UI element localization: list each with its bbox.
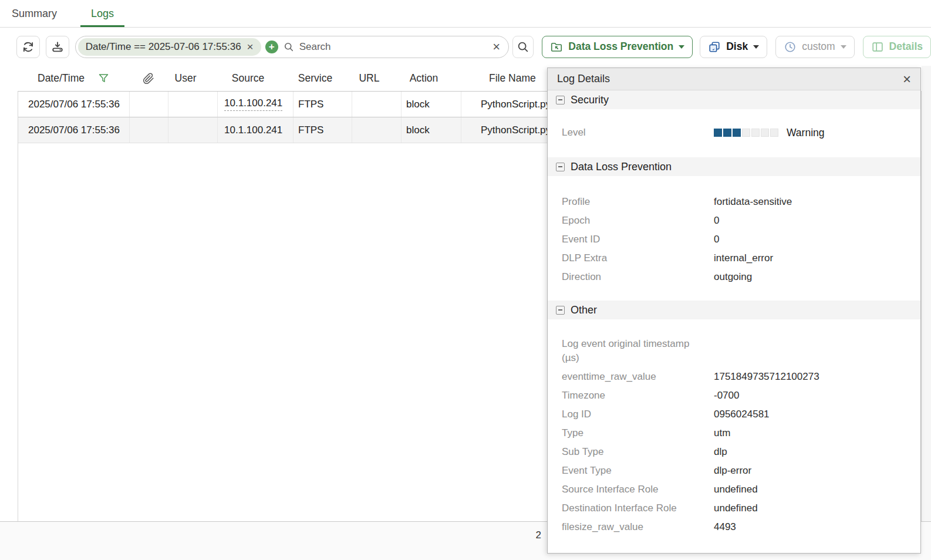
field-row: Event Typedlp-error [562,461,920,480]
field-label: filesize_raw_value [562,520,714,534]
refresh-button[interactable] [16,36,40,58]
field-row: Directionoutgoing [562,268,920,286]
field-value: -0700 [714,389,739,403]
column-filter-icon[interactable] [97,72,110,85]
row-count: 2 [517,529,541,541]
cell-source: 10.1.100.241 [218,117,294,143]
toolbar: Date/Time == 2025-07-06 17:55:36 × + × [0,28,931,66]
disk-icon [708,41,721,53]
cell-url [352,92,402,117]
tab-logs-label: Logs [91,8,114,20]
collapse-icon[interactable] [556,96,565,104]
field-label: Source Interface Role [562,483,714,497]
field-value: internal_error [714,251,773,265]
content-area: Date/Time User Source Service URL Action [0,66,931,560]
severity-square-empty [742,129,750,137]
cell-url [352,117,402,143]
severity-square-filled [733,129,741,137]
download-icon [51,41,64,53]
details-button[interactable]: Details [863,36,931,58]
section-security-label: Security [571,94,609,106]
log-viewer-screen: Summary Logs Date/Time == 2025-07-06 [0,0,931,560]
severity-square-filled [714,129,722,137]
field-label: DLP Extra [562,251,714,265]
device-dropdown[interactable]: Disk [700,36,767,58]
clock-icon [784,41,797,53]
column-header-service[interactable]: Service [293,66,352,91]
field-row: Timezone-0700 [562,386,920,405]
field-row-level: Level Warning [562,123,920,142]
log-details-header: Log Details × [548,68,920,90]
search-clear-icon[interactable]: × [493,41,500,53]
section-header-dlp[interactable]: Data Loss Prevention [548,157,920,176]
field-row: Log ID0956024581 [562,405,920,424]
search-submit-button[interactable] [512,36,534,58]
search-icon [283,41,295,53]
field-row: filesize_raw_value4493 [562,518,920,537]
search-input[interactable] [299,41,493,53]
field-row: Source Interface Roleundefined [562,480,920,499]
tab-summary[interactable]: Summary [1,2,68,27]
severity-square-empty [770,129,778,137]
column-header-source-label: Source [232,72,264,85]
field-label: Type [562,426,714,440]
add-filter-button[interactable]: + [265,41,278,53]
section-header-security[interactable]: Security [548,90,920,109]
tab-logs[interactable]: Logs [80,2,124,27]
cell-attachment [130,92,168,117]
field-value: fortidata-sensitive [714,195,792,209]
cell-source[interactable]: 10.1.100.241 [218,92,294,117]
time-range-dropdown[interactable]: custom [775,36,854,58]
field-value: 4493 [714,520,736,534]
column-header-datetime-label: Date/Time [38,72,85,85]
field-row: Profilefortidata-sensitive [562,193,920,211]
column-header-url[interactable]: URL [352,66,401,91]
log-details-panel: Log Details × Security Level Warning Dat… [547,68,921,554]
details-layout-icon [871,41,884,53]
cell-datetime: 2025/07/06 17:55:36 [18,117,130,143]
severity-square-filled [723,129,731,137]
field-value: dlp [714,445,727,459]
cell-action: block [402,117,461,143]
search-box[interactable]: Date/Time == 2025-07-06 17:55:36 × + × [75,36,510,58]
section-dlp-label: Data Loss Prevention [571,161,672,173]
download-button[interactable] [46,36,69,58]
severity-square-empty [761,129,769,137]
column-header-action[interactable]: Action [401,66,461,91]
log-type-dropdown[interactable]: Data Loss Prevention [542,36,693,58]
field-label: Event ID [562,232,714,247]
field-row: DLP Extrainternal_error [562,249,920,268]
column-header-action-label: Action [410,72,438,85]
filter-pill-remove-icon[interactable]: × [247,41,254,52]
filter-pill[interactable]: Date/Time == 2025-07-06 17:55:36 × [78,38,261,56]
right-gutter [922,66,931,560]
column-header-user[interactable]: User [168,66,217,91]
field-label: Log ID [562,407,714,421]
tab-bar: Summary Logs [0,0,931,28]
field-value: utm [714,426,730,440]
source-ip-link[interactable]: 10.1.100.241 [224,97,282,111]
search-submit-icon [517,41,529,53]
chevron-down-icon [753,45,759,49]
close-icon[interactable]: × [903,72,911,86]
plus-icon: + [269,42,275,52]
field-label: Profile [562,195,714,209]
log-type-folder-icon [550,41,563,53]
tab-summary-label: Summary [12,8,57,20]
field-value: 0956024581 [714,407,770,421]
field-label: Timezone [562,389,714,403]
refresh-icon [22,41,35,53]
field-label: Level [562,126,714,140]
cell-service: FTPS [294,92,352,117]
column-header-source[interactable]: Source [217,66,293,91]
field-label: eventtime_raw_value [562,370,714,384]
field-label: Sub Type [562,445,714,459]
collapse-icon[interactable] [556,163,565,171]
column-header-datetime[interactable]: Date/Time [18,66,129,91]
time-range-label: custom [802,41,835,53]
section-header-other[interactable]: Other [548,301,920,319]
collapse-icon[interactable] [556,306,565,315]
column-header-attachment[interactable] [129,66,168,91]
chevron-down-icon [679,45,684,49]
section-body-security: Level Warning [548,109,920,157]
